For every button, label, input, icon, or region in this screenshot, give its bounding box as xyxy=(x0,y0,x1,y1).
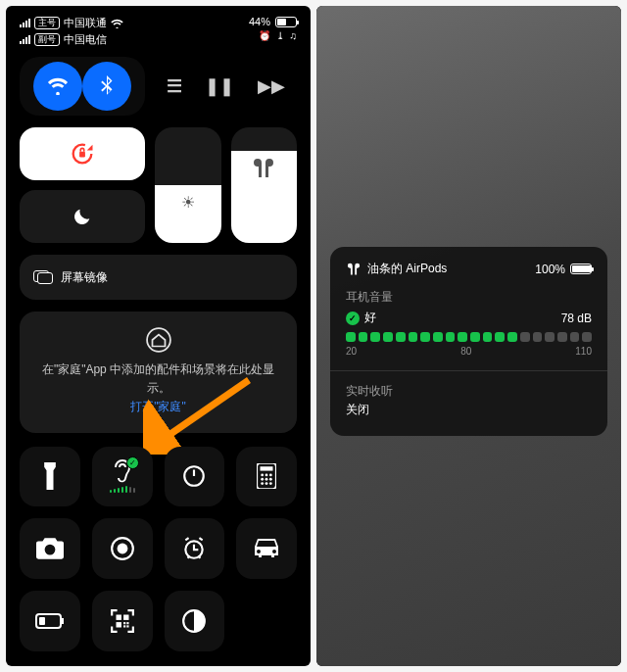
home-app-card[interactable]: 在"家庭"App 中添加的配件和场景将在此处显示。 打开"家庭" xyxy=(20,312,297,433)
tick-low: 20 xyxy=(346,346,357,357)
dark-mode-icon xyxy=(181,608,207,634)
next-track-button[interactable]: ▶▶ xyxy=(258,75,285,97)
wifi-toggle[interactable] xyxy=(33,62,82,111)
svg-point-9 xyxy=(261,478,264,481)
calculator-button[interactable] xyxy=(236,447,297,507)
hearing-meter-icon xyxy=(110,486,135,493)
device-name: 油条的 AirPods xyxy=(367,261,447,277)
timer-icon xyxy=(181,463,207,489)
svg-point-11 xyxy=(269,478,272,481)
record-icon xyxy=(110,536,135,561)
volume-slider[interactable] xyxy=(231,127,298,243)
timer-button[interactable] xyxy=(165,447,225,507)
wifi-icon xyxy=(111,19,123,28)
media-controls: ☰ ❚❚ ▶▶ xyxy=(155,57,297,116)
battery-icon xyxy=(570,264,592,274)
moon-icon xyxy=(72,206,93,227)
svg-rect-25 xyxy=(126,622,128,624)
bluetooth-icon xyxy=(100,75,114,97)
wifi-icon xyxy=(47,77,69,95)
battery-low-icon xyxy=(35,613,65,629)
screen-mirroring-icon xyxy=(33,270,53,284)
check-icon: ✓ xyxy=(346,312,360,325)
open-home-link[interactable]: 打开"家庭" xyxy=(130,400,186,413)
svg-rect-27 xyxy=(126,625,128,627)
svg-rect-5 xyxy=(261,467,273,471)
live-listen-value: 关闭 xyxy=(346,402,592,418)
battery-icon xyxy=(275,17,297,27)
svg-point-12 xyxy=(261,483,264,486)
carrier-1-name: 中国联通 xyxy=(64,16,107,30)
status-good: 好 xyxy=(364,310,376,326)
media-list-icon[interactable]: ☰ xyxy=(167,75,182,97)
svg-rect-26 xyxy=(123,625,125,627)
svg-point-6 xyxy=(261,474,264,477)
bluetooth-toggle[interactable] xyxy=(82,62,131,111)
hearing-button[interactable]: ✓ xyxy=(92,447,153,507)
do-not-disturb-toggle[interactable] xyxy=(20,190,145,243)
sim-badge-1: 主号 xyxy=(34,17,60,29)
play-pause-button[interactable]: ❚❚ xyxy=(205,75,234,97)
svg-point-7 xyxy=(265,474,268,477)
flashlight-button[interactable] xyxy=(20,447,80,507)
home-icon xyxy=(146,327,171,353)
status-indicators: ⏰ ⤓ ♫ xyxy=(259,30,298,41)
svg-point-14 xyxy=(269,483,272,486)
screen-mirroring-button[interactable]: 屏幕镜像 xyxy=(20,255,297,300)
svg-rect-20 xyxy=(39,617,45,625)
volume-label: 耳机音量 xyxy=(346,289,592,306)
left-phone-control-center: 主号 中国联通 副号 中国电信 44% xyxy=(6,6,311,666)
dark-mode-button[interactable] xyxy=(165,591,225,651)
svg-point-2 xyxy=(147,328,170,352)
svg-point-16 xyxy=(117,544,127,554)
svg-rect-24 xyxy=(123,622,125,624)
tick-mid: 80 xyxy=(460,346,471,357)
sun-icon: ☀ xyxy=(181,193,195,212)
carrier-2-name: 中国电信 xyxy=(64,32,107,47)
driving-button[interactable] xyxy=(236,518,297,579)
svg-point-10 xyxy=(265,478,268,481)
camera-icon xyxy=(36,538,64,559)
db-value: 78 dB xyxy=(561,312,592,325)
svg-rect-1 xyxy=(79,152,85,158)
rotation-lock-icon xyxy=(69,140,96,168)
screen-mirroring-label: 屏幕镜像 xyxy=(61,269,108,286)
flashlight-icon xyxy=(41,462,59,490)
sim-badge-2: 副号 xyxy=(34,33,60,46)
car-icon xyxy=(253,539,280,558)
db-meter xyxy=(346,332,592,342)
headphones-indicator-icon: ♫ xyxy=(290,30,298,41)
device-battery-pct: 100% xyxy=(535,263,565,276)
airpods-icon xyxy=(346,263,362,276)
brightness-slider[interactable]: ☀ xyxy=(155,127,221,243)
home-tip-text: 在"家庭"App 中添加的配件和场景将在此处显示。 xyxy=(42,362,274,395)
alarm-clock-icon xyxy=(181,536,207,561)
airpods-icon xyxy=(251,159,276,178)
alarm-button[interactable] xyxy=(165,518,225,579)
svg-rect-21 xyxy=(116,614,121,619)
lock-indicator-icon: ⤓ xyxy=(276,30,284,41)
svg-point-13 xyxy=(265,483,268,486)
qr-scan-button[interactable] xyxy=(92,591,153,651)
tick-high: 110 xyxy=(575,346,592,357)
hearing-badge-icon: ✓ xyxy=(126,456,139,469)
carrier-line-2: 副号 中国电信 xyxy=(20,32,123,47)
status-bar: 主号 中国联通 副号 中国电信 44% xyxy=(6,6,311,51)
right-phone-hearing-detail: 油条的 AirPods 100% 耳机音量 ✓好 78 dB 20 80 110… xyxy=(316,6,621,666)
qr-icon xyxy=(110,608,135,634)
svg-point-8 xyxy=(269,474,272,477)
signal-bars-icon xyxy=(20,19,30,27)
svg-rect-22 xyxy=(123,614,128,619)
carrier-line-1: 主号 中国联通 xyxy=(20,16,123,30)
connectivity-group[interactable] xyxy=(20,57,145,116)
alarm-indicator-icon: ⏰ xyxy=(259,30,270,41)
screen-record-button[interactable] xyxy=(92,518,153,579)
low-power-button[interactable] xyxy=(20,591,80,651)
svg-rect-23 xyxy=(116,622,121,627)
live-listen-label: 实时收听 xyxy=(346,383,592,400)
rotation-lock-toggle[interactable] xyxy=(20,127,145,180)
signal-bars-icon xyxy=(20,35,30,44)
hearing-card[interactable]: 油条的 AirPods 100% 耳机音量 ✓好 78 dB 20 80 110… xyxy=(330,247,607,436)
camera-button[interactable] xyxy=(20,518,80,579)
calculator-icon xyxy=(257,463,276,489)
